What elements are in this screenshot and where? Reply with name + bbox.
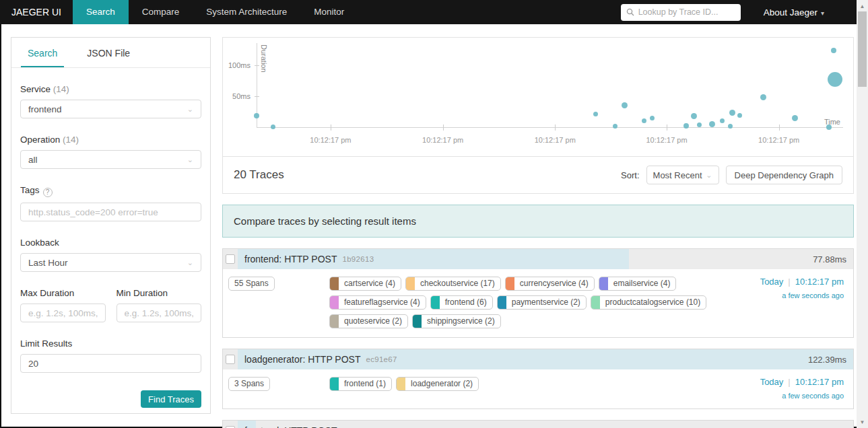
service-tag-pill: quoteservice (2) bbox=[329, 314, 408, 328]
service-color-chip bbox=[397, 378, 405, 390]
trace-id: 1b92613 bbox=[342, 255, 374, 263]
trace-time-link[interactable]: 10:12:17 pm bbox=[795, 377, 844, 387]
trace-result-item[interactable]: frontend: HTTP POST1b9261377.88ms55 Span… bbox=[222, 248, 854, 338]
x-tick-label: 10:12:17 pm bbox=[535, 136, 576, 144]
service-color-chip bbox=[330, 277, 339, 290]
scatter-point[interactable] bbox=[737, 113, 742, 118]
trace-header-link[interactable]: loadgenerator: HTTP POSTec91e67122.39ms bbox=[223, 349, 853, 369]
vertical-scrollbar[interactable]: ▲ ▼ bbox=[857, 0, 868, 428]
x-axis-line bbox=[257, 127, 843, 128]
service-tag-pill: frontend (1) bbox=[329, 377, 392, 391]
scatter-point[interactable] bbox=[697, 122, 702, 127]
service-label: Service (14) bbox=[20, 84, 201, 94]
limit-results-label: Limit Results bbox=[20, 338, 201, 349]
scatter-point[interactable] bbox=[709, 121, 715, 127]
service-tag-label: frontend (6) bbox=[440, 296, 492, 309]
trace-compare-checkbox[interactable] bbox=[226, 355, 235, 364]
service-color-chip bbox=[330, 378, 339, 390]
tags-input[interactable] bbox=[20, 203, 201, 221]
nav-item-system-architecture[interactable]: System Architecture bbox=[193, 0, 300, 24]
trace-time-link[interactable]: 10:12:17 pm bbox=[795, 277, 844, 287]
results-header-row: 20 Traces Sort: Most Recent⌄ Deep Depend… bbox=[223, 157, 853, 193]
trace-lookup-input[interactable] bbox=[638, 7, 735, 17]
trace-title: frontend: HTTP POST bbox=[244, 254, 337, 264]
x-tick bbox=[779, 124, 780, 131]
service-tag-pill: currencyservice (4) bbox=[505, 277, 595, 291]
scatter-point[interactable] bbox=[760, 94, 766, 100]
duration-scatter-plot[interactable]: Duration Time 50ms100ms10:12:17 pm10:12:… bbox=[223, 38, 853, 157]
scroll-down-arrow-icon[interactable]: ▼ bbox=[857, 417, 868, 427]
scatter-point[interactable] bbox=[826, 124, 832, 130]
help-icon[interactable]: ? bbox=[43, 188, 53, 197]
scatter-point[interactable] bbox=[828, 72, 842, 87]
search-results: Duration Time 50ms100ms10:12:17 pm10:12:… bbox=[222, 37, 854, 427]
scatter-point[interactable] bbox=[622, 102, 628, 108]
service-color-chip bbox=[406, 277, 415, 290]
scatter-point[interactable] bbox=[271, 124, 275, 129]
service-tag-label: frontend (1) bbox=[339, 378, 391, 390]
trace-header-content: loadgenerator: HTTP POSTec91e67122.39ms bbox=[238, 349, 853, 369]
service-tag-pill: loadgenerator (2) bbox=[396, 377, 479, 391]
x-tick bbox=[443, 124, 444, 131]
trace-result-item[interactable]: frontend: HTTP POST066341b3.55ms bbox=[222, 420, 854, 428]
service-tag-pill: checkoutservice (17) bbox=[405, 277, 501, 291]
span-count-label: 3 Spans bbox=[229, 378, 269, 390]
operation-label: Operation (14) bbox=[20, 135, 201, 145]
sort-select[interactable]: Most Recent⌄ bbox=[646, 166, 719, 184]
tab-search[interactable]: Search bbox=[21, 38, 64, 67]
scatter-point[interactable] bbox=[593, 112, 598, 116]
scrollbar-thumb[interactable] bbox=[858, 11, 867, 87]
scatter-point[interactable] bbox=[613, 124, 617, 129]
trace-body: 3 Spansfrontend (1)loadgenerator (2)Toda… bbox=[223, 369, 853, 408]
service-tag-label: featureflagservice (4) bbox=[339, 296, 426, 309]
scatter-point[interactable] bbox=[728, 124, 733, 129]
nav-item-search[interactable]: Search bbox=[73, 0, 129, 24]
about-jaeger-menu[interactable]: About Jaeger▾ bbox=[764, 7, 824, 17]
scatter-point[interactable] bbox=[691, 113, 697, 119]
deep-dependency-graph-button[interactable]: Deep Dependency Graph bbox=[726, 166, 842, 184]
scatter-point[interactable] bbox=[683, 123, 689, 129]
find-traces-button[interactable]: Find Traces bbox=[141, 390, 201, 408]
scroll-up-arrow-icon[interactable]: ▲ bbox=[857, 1, 868, 11]
scatter-point[interactable] bbox=[792, 115, 798, 121]
trace-result-item[interactable]: loadgenerator: HTTP POSTec91e67122.39ms3… bbox=[222, 349, 854, 409]
span-count-column: 3 Spans bbox=[228, 377, 329, 400]
page-body: Search JSON File Service (14) frontend⌄ … bbox=[0, 24, 857, 428]
sidebar-tabs: Search JSON File bbox=[11, 38, 210, 68]
scatter-point[interactable] bbox=[254, 113, 259, 118]
max-duration-input[interactable] bbox=[20, 304, 106, 322]
nav-item-monitor[interactable]: Monitor bbox=[300, 0, 358, 24]
scatter-point[interactable] bbox=[642, 118, 646, 123]
trace-date-link[interactable]: Today bbox=[760, 277, 784, 287]
tags-label: Tags? bbox=[20, 185, 201, 197]
scatter-point[interactable] bbox=[650, 116, 655, 120]
min-duration-input[interactable] bbox=[116, 304, 202, 322]
service-color-chip bbox=[591, 296, 600, 309]
span-count-pill: 55 Spans bbox=[228, 277, 275, 291]
service-tag-pill: emailservice (4) bbox=[599, 277, 677, 291]
operation-select[interactable]: all⌄ bbox=[20, 150, 201, 169]
trace-header-link[interactable]: frontend: HTTP POST1b9261377.88ms bbox=[223, 249, 853, 269]
trace-compare-checkbox[interactable] bbox=[226, 254, 235, 264]
trace-timestamp: Today|10:12:17 pm bbox=[733, 377, 844, 387]
brand-link[interactable]: JAEGER UI bbox=[0, 0, 73, 24]
trace-count: 20 Traces bbox=[234, 168, 284, 182]
scatter-point[interactable] bbox=[729, 110, 735, 116]
scatter-point[interactable] bbox=[720, 118, 725, 123]
y-tick bbox=[255, 65, 259, 66]
trace-date-link[interactable]: Today bbox=[760, 377, 784, 387]
search-form: Service (14) frontend⌄ Operation (14) al… bbox=[11, 84, 210, 373]
limit-results-input[interactable] bbox=[20, 354, 201, 373]
trace-header-link[interactable]: frontend: HTTP POST066341b3.55ms bbox=[223, 421, 853, 428]
scatter-point[interactable] bbox=[831, 48, 836, 53]
scatter-plot-area: Duration Time 50ms100ms10:12:17 pm10:12:… bbox=[257, 46, 835, 128]
lookback-select[interactable]: Last Hour⌄ bbox=[20, 253, 201, 272]
service-select[interactable]: frontend⌄ bbox=[20, 100, 201, 118]
tab-json-file[interactable]: JSON File bbox=[80, 38, 137, 67]
chevron-down-icon: ⌄ bbox=[706, 171, 712, 180]
sort-label: Sort: bbox=[621, 170, 639, 180]
y-axis-label: Duration bbox=[260, 44, 268, 73]
nav-item-compare[interactable]: Compare bbox=[129, 0, 193, 24]
service-color-chip bbox=[330, 296, 339, 309]
trace-title: loadgenerator: HTTP POST bbox=[244, 354, 360, 365]
